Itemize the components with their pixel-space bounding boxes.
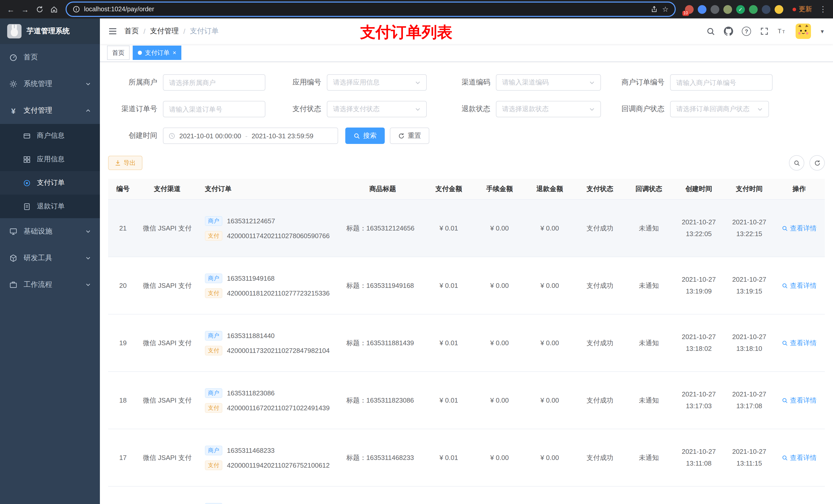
date-end: 2021-10-31 23:59:59: [252, 132, 313, 140]
merchant-tag: 商户: [205, 388, 222, 398]
view-detail-link[interactable]: 查看详情: [782, 338, 817, 347]
pay-tag: 支付: [205, 231, 222, 240]
bookmark-star-icon[interactable]: ☆: [662, 5, 669, 13]
pay-tag: 支付: [205, 403, 222, 413]
browser-window: ← → localhost:1024/pay/order ☆ 10✓ 更新 ⋮ …: [0, 0, 833, 504]
chevron-down-icon: [757, 106, 763, 112]
breadcrumb-home[interactable]: 首页: [124, 27, 139, 36]
pay-amount-cell: ¥ 0.01: [423, 282, 474, 289]
extension-1-icon[interactable]: 10: [685, 5, 694, 14]
fee-amount-cell: ¥ 0.00: [474, 454, 525, 461]
reset-button[interactable]: 重置: [390, 127, 429, 144]
tab-home[interactable]: 首页: [107, 46, 129, 60]
fullscreen-icon[interactable]: [760, 27, 769, 36]
channel-pay-line: 支付 4200001174202110278060590766: [205, 231, 342, 240]
sidebar-item-infrastructure[interactable]: 基础设施: [0, 218, 100, 245]
active-dot-icon: [138, 51, 142, 55]
filter-refund-status: 退款状态 请选择退款状态: [441, 101, 601, 117]
forward-icon[interactable]: →: [19, 3, 32, 16]
share-icon[interactable]: [651, 6, 658, 13]
export-button[interactable]: 导出: [108, 156, 142, 170]
col-notify-status: 回调状态: [625, 184, 673, 194]
update-button[interactable]: 更新: [792, 5, 812, 14]
view-detail-link[interactable]: 查看详情: [782, 396, 817, 405]
font-size-icon[interactable]: TT: [778, 27, 787, 36]
sidebar-item-dev-tools[interactable]: 研发工具: [0, 245, 100, 271]
channel-pay-no: 4200001181202110277723215336: [227, 289, 330, 297]
date-range-picker[interactable]: 2021-10-01 00:00:00 - 2021-10-31 23:59:5…: [163, 127, 338, 144]
caret-down-icon[interactable]: ▼: [820, 28, 825, 34]
sidebar-toggle-button[interactable]: [108, 27, 117, 36]
pay-channel-cell: 微信 JSAPI 支付: [138, 396, 197, 405]
chevron-down-icon: [415, 80, 421, 85]
merchant-order-no: 1635311823086: [227, 389, 275, 397]
refund-status-select[interactable]: 请选择退款状态: [496, 101, 601, 117]
channel-pay-no: 4200001173202110272847982104: [227, 346, 330, 354]
refresh-table-button[interactable]: [809, 155, 825, 171]
filter-notify-status: 回调商户状态 请选择订单回调商户状态: [615, 101, 769, 117]
table-row: 20 微信 JSAPI 支付 商户 1635311949168 支付 42000…: [108, 257, 825, 314]
view-detail-link[interactable]: 查看详情: [782, 223, 817, 233]
view-detail-link[interactable]: 查看详情: [782, 453, 817, 462]
col-amount: 支付金额: [423, 184, 474, 194]
url-bar[interactable]: localhost:1024/pay/order ☆: [66, 2, 676, 17]
product-title-cell: 标题：1635311823086: [342, 396, 423, 405]
pay-tag: 支付: [205, 288, 222, 298]
pay-order-cell: 商户 1635311823086 支付 42000011672021102710…: [197, 388, 342, 413]
breadcrumb-payment[interactable]: 支付管理: [150, 27, 179, 36]
payment-submenu: 商户信息 应用信息 支付订单 退款订单: [0, 124, 100, 218]
svg-text:T: T: [778, 28, 782, 34]
product-title-cell: 标题：1635311881439: [342, 338, 423, 347]
help-icon[interactable]: ?: [742, 27, 751, 36]
extension-6-icon[interactable]: [749, 5, 758, 14]
order-id-cell: 18: [108, 397, 138, 404]
extension-4-icon[interactable]: [723, 5, 732, 14]
chevron-down-icon: [86, 229, 91, 234]
col-channel: 支付渠道: [138, 184, 197, 194]
extension-3-icon[interactable]: [711, 5, 719, 14]
channel-code-select[interactable]: 请输入渠道编码: [496, 74, 601, 91]
merchant-input[interactable]: [163, 74, 265, 91]
col-actions: 操作: [774, 184, 825, 194]
reload-icon[interactable]: [33, 3, 46, 16]
pay-amount-cell: ¥ 0.01: [423, 224, 474, 232]
extension-5-icon[interactable]: ✓: [736, 5, 745, 14]
sidebar-item-merchant-info[interactable]: 商户信息: [0, 124, 100, 147]
toggle-search-button[interactable]: [789, 155, 804, 171]
notify-status-select[interactable]: 请选择订单回调商户状态: [670, 101, 769, 117]
extension-7-icon[interactable]: [762, 5, 770, 14]
title-prefix: 标题：: [346, 224, 366, 232]
notify-status-cell: 未通知: [625, 453, 673, 462]
back-icon[interactable]: ←: [4, 3, 18, 16]
github-icon[interactable]: [724, 27, 733, 36]
sidebar-item-refund-order[interactable]: 退款订单: [0, 195, 100, 218]
channel-order-no-input[interactable]: [163, 101, 265, 117]
search-button[interactable]: 搜索: [345, 127, 385, 144]
search-icon[interactable]: [706, 27, 715, 36]
sidebar-item-pay-order[interactable]: 支付订单: [0, 171, 100, 195]
sidebar-item-system[interactable]: 系统管理: [0, 71, 100, 97]
browser-menu-icon[interactable]: ⋮: [817, 5, 829, 14]
pay-order-cell: 商户 1635311468233 支付 42000011942021102767…: [197, 446, 342, 470]
close-tab-icon[interactable]: ×: [173, 50, 176, 56]
view-detail-link[interactable]: 查看详情: [782, 281, 817, 290]
merchant-order-no-input[interactable]: [670, 74, 772, 91]
home-icon[interactable]: [47, 3, 61, 16]
sidebar-item-workflow[interactable]: 工作流程: [0, 271, 100, 298]
actions-cell: 查看详情: [774, 453, 825, 462]
site-info-icon[interactable]: [73, 6, 80, 13]
merchant-order-line: 商户 1635311949168: [205, 273, 342, 283]
col-fee: 手续金额: [474, 184, 525, 194]
user-avatar[interactable]: [795, 24, 811, 39]
pay-status-select[interactable]: 请选择支付状态: [327, 101, 427, 117]
tab-pay-order[interactable]: 支付订单 ×: [133, 46, 181, 60]
sidebar-item-payment[interactable]: ¥ 支付管理: [0, 97, 100, 124]
svg-text:T: T: [782, 29, 785, 34]
notify-status-cell: 未通知: [625, 281, 673, 290]
sidebar-item-home[interactable]: 首页: [0, 44, 100, 71]
app-id-select[interactable]: 请选择应用信息: [327, 74, 427, 91]
extension-8-icon[interactable]: [775, 5, 783, 14]
extension-2-icon[interactable]: [698, 5, 707, 14]
channel-pay-no: 4200001174202110278060590766: [227, 232, 330, 239]
sidebar-item-app-info[interactable]: 应用信息: [0, 147, 100, 171]
